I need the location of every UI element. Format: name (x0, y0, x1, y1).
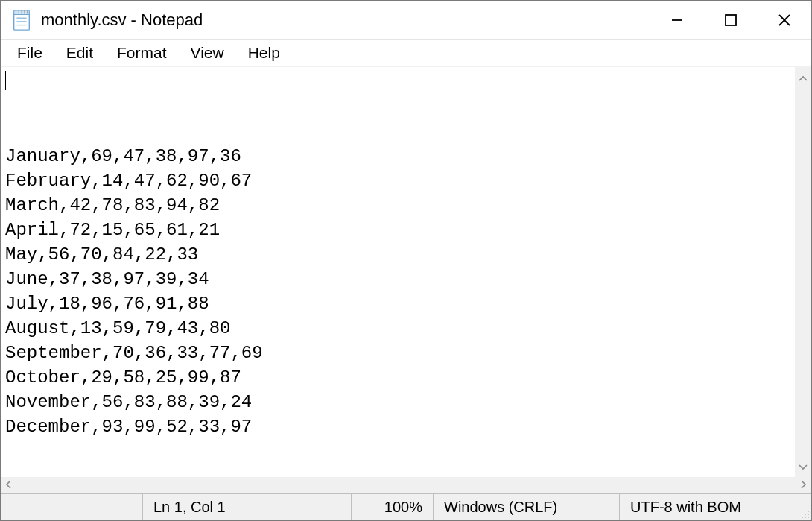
menubar: File Edit Format View Help (1, 40, 811, 66)
menu-help[interactable]: Help (236, 42, 292, 63)
horizontal-scrollbar[interactable] (1, 477, 811, 493)
status-zoom: 100% (351, 494, 433, 520)
editor-area: January,69,47,38,97,36 February,14,47,62… (1, 66, 811, 477)
notepad-icon (11, 9, 32, 31)
text-caret (5, 71, 6, 90)
scroll-down-icon[interactable] (799, 461, 808, 473)
scroll-up-icon[interactable] (799, 72, 808, 83)
status-encoding: UTF-8 with BOM (619, 494, 796, 520)
window-title: monthly.csv - Notepad (41, 10, 203, 30)
menu-edit[interactable]: Edit (54, 42, 105, 63)
svg-point-18 (805, 517, 806, 518)
scroll-right-icon[interactable] (801, 479, 807, 491)
titlebar: monthly.csv - Notepad (1, 1, 811, 40)
status-position: Ln 1, Col 1 (142, 494, 351, 520)
menu-file[interactable]: File (5, 42, 54, 63)
maximize-button[interactable] (704, 1, 758, 39)
resize-grip[interactable] (796, 494, 811, 520)
svg-point-17 (802, 517, 803, 518)
status-blank (1, 494, 142, 520)
text-editor[interactable]: January,69,47,38,97,36 February,14,47,62… (1, 67, 795, 477)
statusbar: Ln 1, Col 1 100% Windows (CRLF) UTF-8 wi… (1, 493, 811, 520)
scroll-left-icon[interactable] (5, 479, 11, 491)
minimize-button[interactable] (650, 1, 704, 39)
vertical-scrollbar[interactable] (795, 67, 811, 477)
menu-format[interactable]: Format (105, 42, 179, 63)
window-controls (650, 1, 811, 39)
svg-point-14 (808, 511, 809, 512)
menu-view[interactable]: View (179, 42, 236, 63)
status-line-ending: Windows (CRLF) (433, 494, 619, 520)
svg-rect-11 (726, 15, 736, 25)
close-button[interactable] (758, 1, 811, 39)
svg-point-19 (808, 517, 809, 518)
notepad-window: monthly.csv - Notepad File Edit Format V… (0, 0, 812, 521)
svg-point-16 (808, 514, 809, 515)
svg-point-15 (805, 514, 806, 515)
